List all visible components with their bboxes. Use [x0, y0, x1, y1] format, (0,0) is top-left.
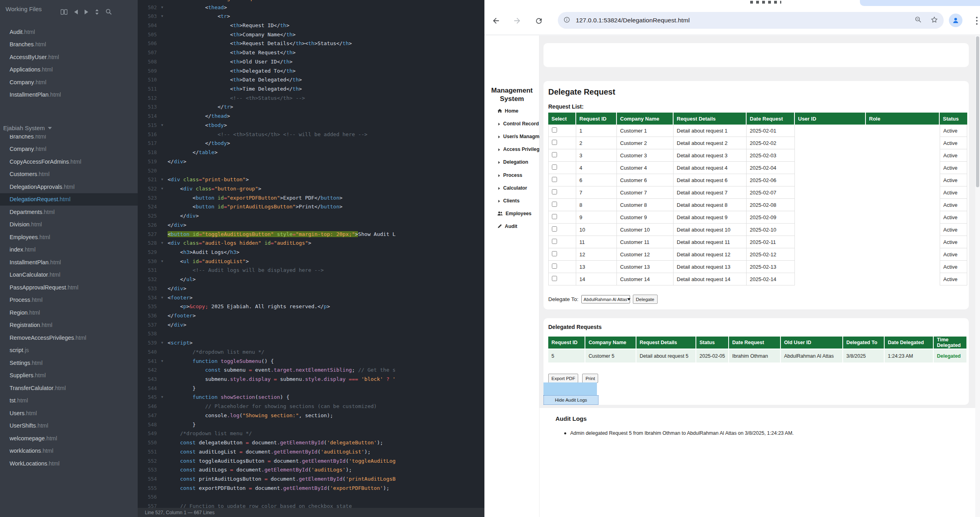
page-scrollbar[interactable] [975, 36, 980, 517]
file-item[interactable]: InstallmentPlan.html [0, 256, 138, 269]
file-item[interactable]: welcomepage.html [0, 432, 138, 445]
sort-icon[interactable] [95, 9, 99, 15]
arrow-right-icon[interactable] [85, 10, 88, 14]
row-checkbox[interactable] [552, 140, 557, 145]
file-item[interactable]: worklcations.html [0, 445, 138, 458]
file-item[interactable]: InstallmentPlan.html [0, 89, 138, 101]
file-item[interactable]: Branches.html [0, 38, 138, 51]
code-line: 512<!-- <th>Status</th> --> [138, 93, 484, 103]
code-line: 532</ul> [138, 275, 484, 284]
file-item[interactable]: Registration.html [0, 319, 138, 332]
nav-item-calculator[interactable]: Calculator [484, 182, 539, 194]
nav-item-audit[interactable]: Audit [484, 220, 539, 233]
code-line: 505<th>Company Name</th> [138, 30, 484, 39]
print-button[interactable]: Print [582, 374, 598, 383]
info-icon[interactable] [563, 16, 570, 25]
row-checkbox[interactable] [552, 164, 557, 170]
profile-avatar[interactable] [949, 14, 962, 27]
row-checkbox[interactable] [552, 239, 557, 244]
nav-item-access-privileges[interactable]: Access Privileges [484, 143, 539, 156]
row-checkbox[interactable] [552, 263, 557, 269]
table-cell: Detail about request 5 [636, 349, 696, 362]
address-bar[interactable]: 127.0.0.1:53824/DelegationRequest.html [558, 12, 944, 29]
nav-item-label: Audit [505, 224, 517, 229]
nav-item-user-s-managment[interactable]: User/s Managment [484, 130, 539, 143]
nav-item-clients[interactable]: Clients [484, 194, 539, 207]
file-item[interactable]: DelegationRequest.html [0, 193, 138, 206]
nav-item-home[interactable]: Home [484, 105, 539, 117]
file-item[interactable]: Process.html [0, 294, 138, 307]
export-pdf-button[interactable]: Export PDF [548, 374, 578, 383]
scrollbar-thumb[interactable] [976, 36, 979, 187]
file-item[interactable]: PassApprovalRequest.html [0, 281, 138, 294]
file-extension: .html [38, 234, 50, 240]
code-line: 531<!-- Audit logs will be displayed her… [138, 266, 484, 275]
row-checkbox[interactable] [552, 127, 557, 133]
file-item[interactable]: RemoveAccessPrivileges.html [0, 331, 138, 344]
file-item[interactable]: Division.html [0, 218, 138, 231]
file-item[interactable]: CopyAccessForAdmins.html [0, 155, 138, 168]
file-item[interactable]: tst.html [0, 394, 138, 407]
row-checkbox[interactable] [552, 177, 557, 182]
file-item[interactable]: index.html [0, 244, 138, 256]
file-item[interactable]: AccessByUser.html [0, 51, 138, 63]
row-checkbox[interactable] [552, 251, 557, 256]
file-item[interactable]: Suppliers.html [0, 369, 138, 382]
menu-icon[interactable] [976, 16, 978, 26]
working-files-list: Audit.htmlBranches.htmlAccessByUser.html… [0, 26, 138, 101]
table-cell: Detail about request 8 [674, 199, 747, 211]
file-item[interactable]: DelegationApprovals.html [0, 180, 138, 193]
back-icon[interactable] [491, 16, 501, 26]
table-cell: 2025-02-12 [747, 248, 795, 261]
page-nav-title: Management System [484, 86, 539, 103]
star-icon[interactable] [931, 16, 938, 25]
row-checkbox[interactable] [552, 276, 557, 281]
folder-header[interactable]: Ejabiah System [3, 125, 52, 131]
row-checkbox[interactable] [552, 202, 557, 207]
row-checkbox[interactable] [552, 226, 557, 232]
file-item[interactable]: Branches.html [0, 135, 138, 143]
column-header: Select [548, 113, 576, 125]
file-item[interactable]: Employees.html [0, 231, 138, 244]
forward-icon[interactable] [512, 16, 522, 26]
reload-icon[interactable] [534, 16, 543, 26]
code-area[interactable]: 501<table id="delegatedRequestsTable">50… [138, 0, 484, 508]
code-line: 549/*dropdown list menu */ [138, 429, 484, 438]
hide-audit-logs-button[interactable]: Hide Audit Logs [543, 395, 599, 405]
nav-item-employees[interactable]: Employees [484, 207, 539, 220]
delegate-to-select[interactable]: AbdulRahman Al Attas [581, 295, 630, 303]
file-item[interactable]: Customers.html [0, 168, 138, 181]
nav-item-process[interactable]: Process [484, 169, 539, 182]
file-item[interactable]: Company.html [0, 76, 138, 89]
file-item[interactable]: Audit.html [0, 26, 138, 38]
table-row: 13Customer 13Detail about request 132025… [548, 261, 967, 273]
row-checkbox[interactable] [552, 152, 557, 157]
file-item[interactable]: TransferCalulator.html [0, 382, 138, 394]
url-text[interactable]: 127.0.0.1:53824/DelegationRequest.html [576, 17, 690, 24]
delegate-button[interactable]: Delegate [633, 295, 658, 304]
table-cell: 2025-02-10 [747, 224, 795, 236]
empty-cell [795, 149, 866, 162]
search-icon[interactable] [106, 9, 112, 15]
table-cell: Customer 3 [617, 149, 674, 162]
file-item[interactable]: Departments.html [0, 206, 138, 218]
file-item[interactable]: script.js [0, 344, 138, 357]
file-item[interactable]: Settings.html [0, 357, 138, 369]
arrow-left-icon[interactable] [74, 10, 78, 14]
file-item[interactable]: Users.html [0, 407, 138, 420]
row-checkbox[interactable] [552, 189, 557, 194]
panels-icon[interactable] [61, 9, 67, 15]
file-item[interactable]: LoanCalculator.html [0, 269, 138, 281]
file-item[interactable]: UserShifts.html [0, 420, 138, 432]
tab-strip-right[interactable] [860, 0, 980, 6]
file-item[interactable]: Region.html [0, 306, 138, 319]
file-item[interactable]: Applications.html [0, 63, 138, 76]
nav-item-control-record[interactable]: Control Record [484, 117, 539, 130]
file-item[interactable]: Company.html [0, 143, 138, 156]
audit-log-text: Admin delegated Request 5 from Ibrahim O… [570, 430, 794, 436]
nav-item-delegation[interactable]: Delegation [484, 156, 539, 168]
file-item[interactable]: WorkLocations.html [0, 457, 138, 470]
row-checkbox[interactable] [552, 214, 557, 219]
code-line: 513</tr> [138, 103, 484, 112]
zoom-icon[interactable] [915, 16, 922, 25]
